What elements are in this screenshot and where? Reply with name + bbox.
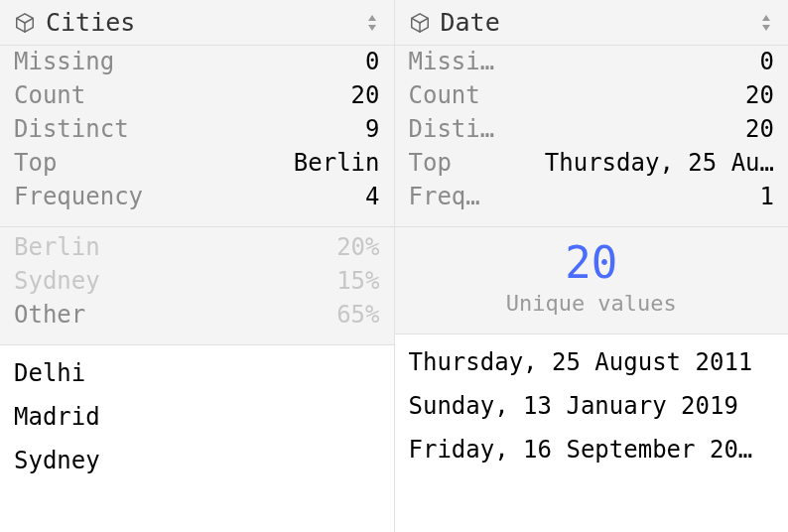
column-cities: Cities Missing 0 Count 20 Distinct 9 [0, 0, 395, 532]
stat-row: Count 20 [14, 81, 380, 115]
stat-row: Missi… 0 [409, 48, 775, 81]
stat-row: Frequency 4 [14, 183, 380, 216]
stat-label: Disti… [409, 115, 495, 143]
stat-row: Top Thursday, 25 Au… [409, 149, 775, 183]
stat-row: Count 20 [409, 81, 775, 115]
distribution-label: Other [14, 301, 85, 329]
stat-value: 1 [760, 183, 774, 210]
table-cell[interactable]: Delhi [14, 351, 380, 395]
stat-value: 4 [365, 183, 379, 210]
distribution-pct: 65% [336, 301, 379, 329]
data-rows: Delhi Madrid Sydney [0, 345, 394, 488]
distribution-block: Berlin 20% Sydney 15% Other 65% [0, 227, 394, 345]
distribution-label: Sydney [14, 267, 100, 295]
stat-row: Top Berlin [14, 149, 380, 183]
stat-row: Distinct 9 [14, 115, 380, 149]
data-rows: Thursday, 25 August 2011 Sunday, 13 Janu… [395, 334, 789, 477]
stat-label: Count [14, 81, 85, 109]
table-cell[interactable]: Friday, 16 September 20… [409, 428, 775, 471]
column-title: Cities [46, 8, 354, 37]
stat-value: 20 [351, 81, 380, 109]
column-header-cities[interactable]: Cities [0, 0, 394, 46]
stat-value: 0 [365, 48, 379, 75]
cube-icon [409, 12, 431, 34]
stat-label: Frequency [14, 183, 143, 210]
sort-icon[interactable] [758, 13, 774, 33]
column-header-date[interactable]: Date [395, 0, 789, 46]
stats-block: Missing 0 Count 20 Distinct 9 Top Berlin… [0, 46, 394, 227]
stat-label: Top [409, 149, 452, 177]
distribution-pct: 20% [336, 233, 379, 261]
table-cell[interactable]: Sydney [14, 439, 380, 482]
stat-label: Top [14, 149, 57, 177]
stat-value: Thursday, 25 Au… [545, 149, 774, 177]
distribution-pct: 15% [336, 267, 379, 295]
unique-values-summary: 20 Unique values [395, 227, 789, 334]
stat-value: 9 [365, 115, 379, 143]
distribution-row: Other 65% [14, 301, 380, 334]
stat-label: Count [409, 81, 480, 109]
distribution-label: Berlin [14, 233, 100, 261]
stat-label: Missing [14, 48, 114, 75]
table-cell[interactable]: Sunday, 13 January 2019 [409, 384, 775, 428]
unique-number: 20 [395, 241, 789, 285]
stat-label: Distinct [14, 115, 129, 143]
table-cell[interactable]: Thursday, 25 August 2011 [409, 340, 775, 384]
stats-block: Missi… 0 Count 20 Disti… 20 Top Thursday… [395, 46, 789, 227]
table-cell[interactable]: Madrid [14, 395, 380, 439]
cube-icon [14, 12, 36, 34]
stat-row: Freq… 1 [409, 183, 775, 216]
stat-label: Freq… [409, 183, 480, 210]
unique-caption: Unique values [395, 291, 789, 316]
stat-row: Disti… 20 [409, 115, 775, 149]
column-title: Date [441, 8, 749, 37]
column-date: Date Missi… 0 Count 20 Disti… 20 [395, 0, 789, 532]
stat-label: Missi… [409, 48, 495, 75]
distribution-row: Sydney 15% [14, 267, 380, 301]
sort-icon[interactable] [364, 13, 380, 33]
stat-row: Missing 0 [14, 48, 380, 81]
distribution-row: Berlin 20% [14, 233, 380, 267]
stat-value: 20 [745, 115, 774, 143]
stat-value: Berlin [294, 149, 380, 177]
stat-value: 0 [760, 48, 774, 75]
stat-value: 20 [745, 81, 774, 109]
